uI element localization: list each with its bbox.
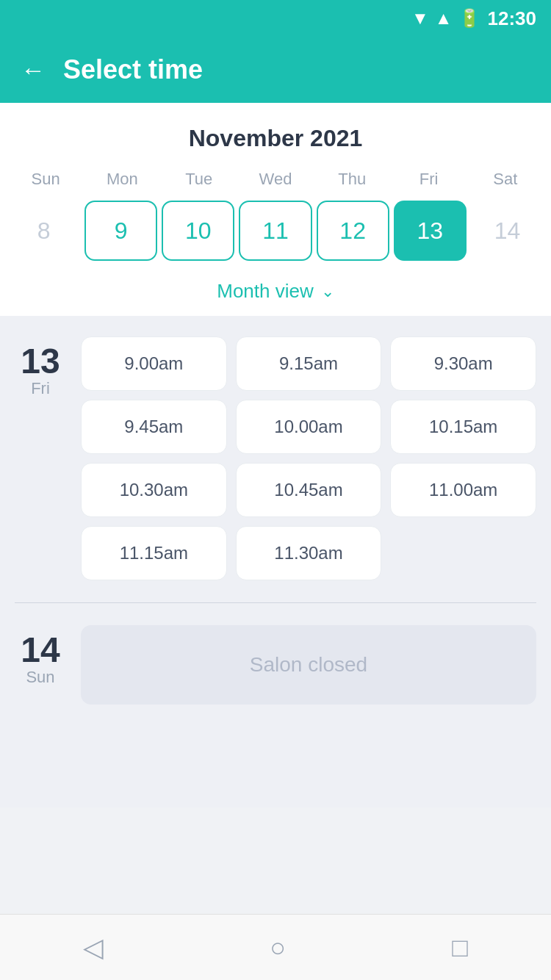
day-label-13: 13Fri [15, 336, 66, 580]
salon-closed-slot: Salon closed [81, 625, 536, 705]
date-cell-9[interactable]: 9 [84, 201, 157, 261]
back-nav-icon[interactable]: ◁ [83, 932, 104, 963]
week-day-label: Fri [390, 164, 467, 195]
date-cell-10[interactable]: 10 [162, 201, 234, 261]
battery-icon: 🔋 [458, 8, 480, 29]
day-label-14: 14Sun [15, 625, 66, 705]
time-slot-1030am[interactable]: 10.30am [81, 463, 227, 517]
month-view-toggle[interactable]: Month view ⌄ [0, 273, 551, 316]
home-nav-icon[interactable]: ○ [270, 932, 286, 963]
time-slot-915am[interactable]: 9.15am [236, 336, 382, 391]
time-slot-1015am[interactable]: 10.15am [390, 400, 536, 454]
week-day-label: Sat [467, 164, 544, 195]
signal-icon: ▲ [435, 8, 453, 29]
month-view-label: Month view [217, 280, 314, 303]
time-slot-1045am[interactable]: 10.45am [236, 463, 382, 517]
chevron-down-icon: ⌄ [321, 282, 334, 301]
status-bar: ▼ ▲ 🔋 12:30 [0, 0, 551, 37]
time-slot-1000am[interactable]: 10.00am [236, 400, 382, 454]
recents-nav-icon[interactable]: □ [452, 932, 468, 963]
week-day-label: Tue [161, 164, 237, 195]
week-days-header: SunMonTueWedThuFriSat [0, 164, 551, 195]
day-number: 13 [21, 344, 60, 379]
time-slot-1100am[interactable]: 11.00am [390, 463, 536, 517]
day-name: Fri [31, 379, 50, 398]
month-year-title: November 2021 [0, 118, 551, 164]
status-time: 12:30 [488, 7, 537, 30]
week-day-label: Sun [7, 164, 84, 195]
date-cell-14[interactable]: 14 [471, 201, 544, 261]
bottom-nav: ◁ ○ □ [0, 914, 551, 980]
day-divider [15, 602, 536, 603]
salon-closed-text: Salon closed [250, 653, 367, 677]
time-slot-1115am[interactable]: 11.15am [81, 526, 227, 580]
time-slot-1130am[interactable]: 11.30am [236, 526, 382, 580]
time-slot-930am[interactable]: 9.30am [390, 336, 536, 391]
date-cell-11[interactable]: 11 [239, 201, 311, 261]
time-slot-945am[interactable]: 9.45am [81, 400, 227, 454]
week-day-label: Thu [314, 164, 390, 195]
day-block-13: 13Fri9.00am9.15am9.30am9.45am10.00am10.1… [15, 336, 536, 580]
date-cell-13[interactable]: 13 [394, 201, 467, 261]
wifi-icon: ▼ [411, 8, 429, 29]
week-day-label: Wed [237, 164, 314, 195]
back-button[interactable]: ← [21, 56, 46, 84]
day-name: Sun [26, 668, 54, 687]
week-dates: 891011121314 [0, 195, 551, 273]
day-block-14: 14SunSalon closed [15, 625, 536, 705]
calendar-section: November 2021 SunMonTueWedThuFriSat 8910… [0, 103, 551, 316]
top-bar: ← Select time [0, 37, 551, 103]
status-icons: ▼ ▲ 🔋 [411, 8, 480, 29]
week-day-label: Mon [84, 164, 160, 195]
time-slot-900am[interactable]: 9.00am [81, 336, 227, 391]
page-title: Select time [63, 54, 203, 85]
time-section: 13Fri9.00am9.15am9.30am9.45am10.00am10.1… [0, 316, 551, 807]
date-cell-8[interactable]: 8 [7, 201, 80, 261]
day-number: 14 [21, 633, 60, 668]
date-cell-12[interactable]: 12 [317, 201, 389, 261]
time-slots-grid: 9.00am9.15am9.30am9.45am10.00am10.15am10… [81, 336, 536, 580]
